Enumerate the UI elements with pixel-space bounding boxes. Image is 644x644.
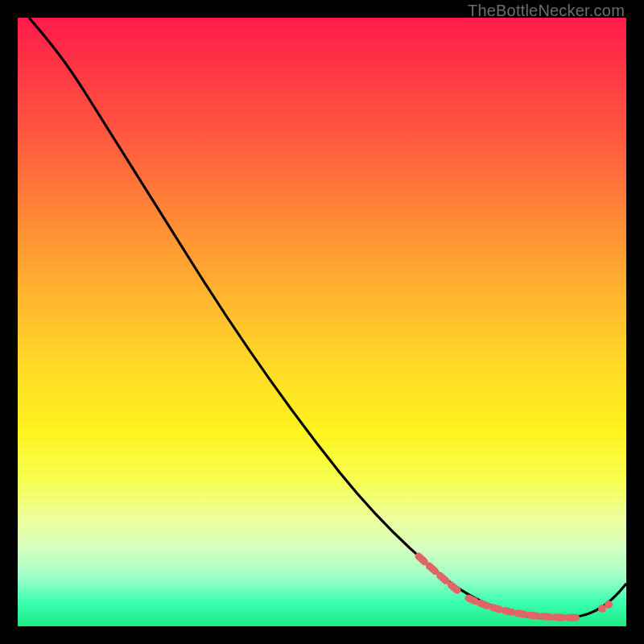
highlight-right-dot-2 — [605, 601, 613, 609]
chart-overlay — [18, 18, 626, 626]
watermark-text: TheBottleNecker.com — [468, 2, 625, 20]
plot-area — [18, 18, 626, 626]
highlight-left — [419, 556, 459, 592]
chart-frame: TheBottleNecker.com — [0, 0, 644, 644]
curve-main — [29, 18, 626, 618]
highlight-bottom — [469, 598, 581, 617]
